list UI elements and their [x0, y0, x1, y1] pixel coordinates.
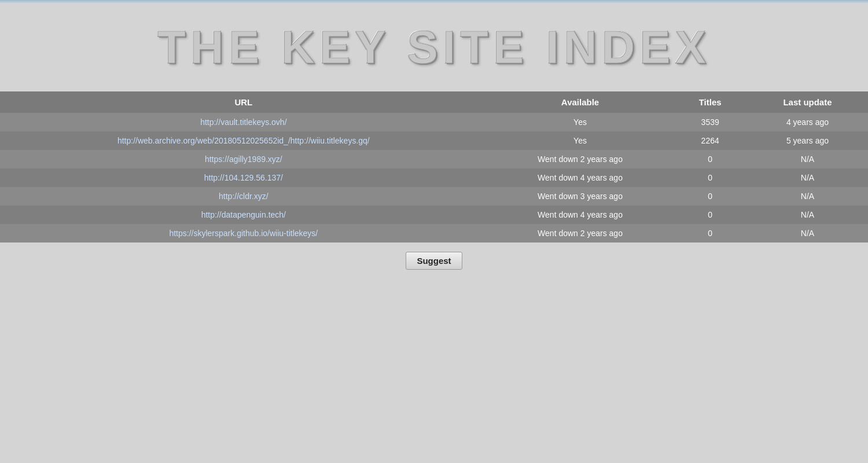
table-container: URL Available Titles Last update http://…	[0, 91, 868, 242]
table-row: http://web.archive.org/web/2018051202565…	[0, 131, 868, 150]
cell-titles: 3539	[673, 113, 747, 131]
url-link[interactable]: http://datapenguin.tech/	[201, 210, 286, 219]
col-header-url: URL	[0, 91, 487, 113]
cell-available: Yes	[487, 113, 674, 131]
cell-available: Went down 2 years ago	[487, 150, 674, 168]
table-row: http://cldr.xyz/Went down 3 years ago0N/…	[0, 187, 868, 205]
cell-titles: 0	[673, 205, 747, 224]
cell-available: Went down 2 years ago	[487, 224, 674, 242]
cell-titles: 0	[673, 187, 747, 205]
cell-last-update: N/A	[747, 168, 868, 187]
col-header-last-update: Last update	[747, 91, 868, 113]
cell-url: http://cldr.xyz/	[0, 187, 487, 205]
suggest-area: Suggest	[0, 252, 868, 270]
table-row: http://datapenguin.tech/Went down 4 year…	[0, 205, 868, 224]
cell-titles: 2264	[673, 131, 747, 150]
cell-url: http://vault.titlekeys.ovh/	[0, 113, 487, 131]
url-link[interactable]: http://104.129.56.137/	[204, 173, 283, 182]
cell-url: http://datapenguin.tech/	[0, 205, 487, 224]
title-area: THE KEY SITE INDEX	[0, 3, 868, 86]
page-title: THE KEY SITE INDEX	[0, 21, 868, 74]
suggest-button[interactable]: Suggest	[406, 252, 462, 270]
cell-available: Yes	[487, 131, 674, 150]
cell-available: Went down 3 years ago	[487, 187, 674, 205]
url-link[interactable]: http://web.archive.org/web/2018051202565…	[117, 136, 370, 145]
url-link[interactable]: https://agilly1989.xyz/	[205, 155, 282, 164]
cell-last-update: N/A	[747, 224, 868, 242]
cell-url: https://agilly1989.xyz/	[0, 150, 487, 168]
cell-available: Went down 4 years ago	[487, 168, 674, 187]
table-row: https://skylerspark.github.io/wiiu-title…	[0, 224, 868, 242]
cell-last-update: 4 years ago	[747, 113, 868, 131]
table-header-row: URL Available Titles Last update	[0, 91, 868, 113]
col-header-available: Available	[487, 91, 674, 113]
table-row: https://agilly1989.xyz/Went down 2 years…	[0, 150, 868, 168]
cell-last-update: N/A	[747, 187, 868, 205]
cell-titles: 0	[673, 224, 747, 242]
cell-titles: 0	[673, 168, 747, 187]
table-row: http://104.129.56.137/Went down 4 years …	[0, 168, 868, 187]
url-link[interactable]: http://cldr.xyz/	[219, 192, 269, 201]
cell-url: https://skylerspark.github.io/wiiu-title…	[0, 224, 487, 242]
cell-available: Went down 4 years ago	[487, 205, 674, 224]
cell-url: http://104.129.56.137/	[0, 168, 487, 187]
cell-url: http://web.archive.org/web/2018051202565…	[0, 131, 487, 150]
cell-last-update: N/A	[747, 205, 868, 224]
cell-last-update: N/A	[747, 150, 868, 168]
sites-table: URL Available Titles Last update http://…	[0, 91, 868, 242]
col-header-titles: Titles	[673, 91, 747, 113]
cell-last-update: 5 years ago	[747, 131, 868, 150]
cell-titles: 0	[673, 150, 747, 168]
table-row: http://vault.titlekeys.ovh/Yes35394 year…	[0, 113, 868, 131]
url-link[interactable]: https://skylerspark.github.io/wiiu-title…	[169, 229, 318, 238]
url-link[interactable]: http://vault.titlekeys.ovh/	[200, 117, 286, 127]
